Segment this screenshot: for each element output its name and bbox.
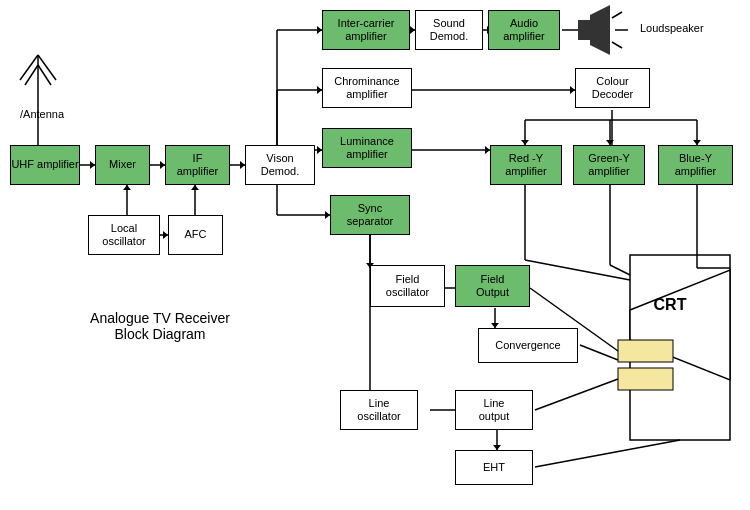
red-y-amplifier-block: Red -Yamplifier [490, 145, 562, 185]
chrominance-amplifier-block: Chrominanceamplifier [322, 68, 412, 108]
line-output-block: Lineoutput [455, 390, 533, 430]
intercarrier-amplifier-block: Inter-carrieramplifier [322, 10, 410, 50]
mixer-block: Mixer [95, 145, 150, 185]
loudspeaker-label: Loudspeaker [640, 22, 704, 34]
svg-line-70 [535, 379, 618, 410]
svg-rect-33 [578, 20, 590, 40]
afc-block: AFC [168, 215, 223, 255]
svg-line-74 [525, 260, 630, 280]
field-output-block: FieldOutput [455, 265, 530, 307]
antenna-label: /Antenna [20, 108, 64, 120]
svg-text:CRT: CRT [654, 296, 687, 313]
if-amplifier-block: IFamplifier [165, 145, 230, 185]
vision-demod-block: VisonDemod. [245, 145, 315, 185]
field-oscillator-block: Fieldoscillator [370, 265, 445, 307]
luminance-amplifier-block: Luminanceamplifier [322, 128, 412, 168]
uhf-amplifier-block: UHF amplifier [10, 145, 80, 185]
sync-separator-block: Syncseparator [330, 195, 410, 235]
convergence-block: Convergence [478, 328, 578, 363]
svg-marker-14 [191, 185, 199, 190]
svg-line-2 [38, 55, 56, 80]
audio-amplifier-block: Audioamplifier [488, 10, 560, 50]
line-oscillator-block: Lineoscillator [340, 390, 418, 430]
diagram: CRT UHF amplifier Mixer IFamplifier Loc [0, 0, 750, 510]
svg-line-1 [20, 55, 38, 80]
svg-marker-34 [590, 5, 610, 55]
green-y-amplifier-block: Green-Yamplifier [573, 145, 645, 185]
svg-line-69 [580, 345, 618, 360]
svg-rect-66 [618, 340, 673, 362]
diagram-title: Analogue TV ReceiverBlock Diagram [60, 310, 260, 342]
svg-line-71 [535, 440, 680, 467]
svg-rect-63 [630, 255, 730, 440]
colour-decoder-block: ColourDecoder [575, 68, 650, 108]
svg-rect-67 [618, 368, 673, 390]
svg-line-76 [610, 265, 630, 275]
svg-line-37 [612, 42, 622, 48]
svg-marker-12 [123, 185, 131, 190]
eht-block: EHT [455, 450, 533, 485]
local-oscillator-block: Localoscillator [88, 215, 160, 255]
svg-line-3 [25, 65, 38, 85]
sound-demod-block: SoundDemod. [415, 10, 483, 50]
blue-y-amplifier-block: Blue-Yamplifier [658, 145, 733, 185]
svg-line-4 [38, 65, 51, 85]
svg-line-35 [612, 12, 622, 18]
svg-marker-64 [630, 270, 730, 380]
